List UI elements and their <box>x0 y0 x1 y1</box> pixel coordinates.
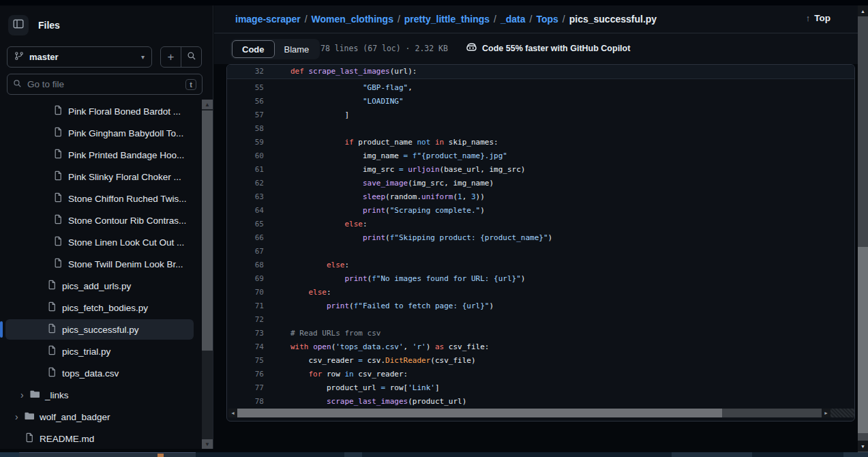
tree-item--links[interactable]: ›_links <box>5 385 194 405</box>
taskbar-item[interactable] <box>344 452 362 457</box>
tree-item-label: Stone Linen Look Cut Out ... <box>68 237 184 248</box>
back-to-top-button[interactable]: ↑ Top <box>806 13 830 23</box>
file-icon <box>47 301 57 314</box>
tree-item-label: Pink Slinky Floral Choker ... <box>68 172 181 182</box>
tree-item-pics-trial-py[interactable]: pics_trial.py <box>5 341 194 362</box>
line-number[interactable]: 63 <box>227 190 264 204</box>
window-icon <box>158 454 164 457</box>
page-scrollbar[interactable]: ▲ ▼ <box>858 5 868 457</box>
line-number[interactable]: 61 <box>227 163 264 177</box>
sticky-context-line: 32def scrape_last_images(url): <box>227 65 854 79</box>
breadcrumb-link-image-scraper[interactable]: image-scraper <box>235 14 301 25</box>
taskbar-item[interactable] <box>843 452 868 457</box>
sidebar-scrollbar[interactable]: ▲ ▼ <box>202 100 213 449</box>
tree-item-label: _links <box>45 390 69 400</box>
line-number[interactable]: 64 <box>227 204 264 218</box>
line-number[interactable]: 73 <box>227 327 264 340</box>
code-line-text: def scrape_last_images(url): <box>290 65 417 78</box>
page-scroll-down-button[interactable]: ▼ <box>858 441 868 452</box>
scroll-left-button[interactable]: ◄ <box>228 409 237 417</box>
line-number[interactable]: 67 <box>227 245 264 259</box>
line-number[interactable]: 55 <box>227 81 264 95</box>
taskbar-left-segment <box>0 452 19 457</box>
line-number[interactable]: 66 <box>227 231 264 245</box>
line-number[interactable]: 75 <box>227 354 264 368</box>
line-number[interactable]: 57 <box>227 108 264 122</box>
line-number[interactable]: 59 <box>227 136 264 149</box>
tree-item-label: Stone Contour Rib Contras... <box>68 216 186 226</box>
code-line: 60 img_name = f"{product_name}.jpg" <box>227 149 854 163</box>
code-line-text: img_src = urljoin(base_url, img_src) <box>290 163 525 177</box>
branch-selector-button[interactable]: master ▾ <box>7 46 152 68</box>
page-scroll-up-button[interactable]: ▲ <box>858 5 868 16</box>
line-number[interactable]: 70 <box>227 286 264 299</box>
line-number[interactable]: 72 <box>227 313 264 327</box>
horizontal-scrollbar[interactable]: ◄ ► <box>228 409 854 417</box>
tree-item-readme-md[interactable]: README.md <box>5 428 194 449</box>
line-number[interactable]: 65 <box>227 218 264 231</box>
line-number[interactable]: 68 <box>227 259 264 272</box>
file-icon <box>53 258 63 270</box>
breadcrumb-link-_data[interactable]: _data <box>500 14 526 25</box>
code-line-text: else: <box>290 259 349 272</box>
tree-item-pink-printed-bandage-hoo-[interactable]: Pink Printed Bandage Hoo... <box>5 145 194 165</box>
breadcrumb-link-women_clothings[interactable]: Women_clothings <box>312 14 393 25</box>
line-number[interactable]: 32 <box>227 65 264 78</box>
file-icon <box>53 236 63 248</box>
code-line: 59 if product_name not in skip_names: <box>227 136 854 149</box>
shortcut-key-badge: t <box>185 79 196 90</box>
line-number[interactable]: 77 <box>227 381 264 395</box>
add-file-button[interactable]: + <box>161 47 181 67</box>
tree-item-label: Pink Printed Bandage Hoo... <box>68 150 184 160</box>
scroll-right-button[interactable]: ► <box>822 409 830 417</box>
tree-item-stone-chiffon-ruched-twis-[interactable]: Stone Chiffon Ruched Twis... <box>5 188 194 209</box>
horizontal-scrollbar-thumb[interactable] <box>237 409 722 417</box>
line-number[interactable]: 56 <box>227 95 264 108</box>
page-scrollbar-thumb[interactable] <box>858 247 868 433</box>
tree-item-stone-linen-look-cut-out-[interactable]: Stone Linen Look Cut Out ... <box>5 232 194 252</box>
line-number[interactable]: 60 <box>227 149 264 163</box>
line-number[interactable]: 58 <box>227 122 264 136</box>
tree-item-wolf-and-badger[interactable]: ›wolf_and_badger <box>5 407 194 427</box>
tree-item-label: wolf_and_badger <box>40 412 110 422</box>
tree-item-pics-add-urls-py[interactable]: pics_add_urls.py <box>5 276 194 296</box>
line-number[interactable]: 62 <box>227 177 264 190</box>
tree-item-label: tops_data.csv <box>62 368 119 379</box>
line-number[interactable]: 74 <box>227 340 264 354</box>
line-number[interactable]: 76 <box>227 368 264 381</box>
breadcrumb: image-scraper/Women_clothings/pretty_lit… <box>235 14 657 25</box>
breadcrumb-link-pretty_little_things[interactable]: pretty_little_things <box>404 14 490 25</box>
tree-item-pics-fetch-bodies-py[interactable]: pics_fetch_bodies.py <box>5 297 194 318</box>
scroll-down-button[interactable]: ▼ <box>202 439 213 449</box>
taskbar-item[interactable] <box>672 452 752 457</box>
tree-item-pics-successful-py[interactable]: pics_successful.py <box>5 319 194 340</box>
tree-item-stone-contour-rib-contras-[interactable]: Stone Contour Rib Contras... <box>5 210 194 231</box>
scroll-up-button[interactable]: ▲ <box>202 100 213 109</box>
tree-item-stone-twill-denim-look-br-[interactable]: Stone Twill Denim Look Br... <box>5 254 194 274</box>
tree-item-tops-data-csv[interactable]: tops_data.csv <box>5 363 194 383</box>
line-number[interactable]: 71 <box>227 299 264 313</box>
search-tree-button[interactable] <box>181 47 201 67</box>
copilot-banner[interactable]: Code 55% faster with GitHub Copilot <box>466 42 630 55</box>
code-line-text: else: <box>290 286 331 299</box>
go-to-file-input[interactable]: Go to file t <box>7 74 203 95</box>
line-number[interactable]: 69 <box>227 272 264 286</box>
code-line-text: "LOADING" <box>290 95 404 108</box>
tree-item-label: Pink Gingham Babydoll To... <box>68 128 183 138</box>
code-line-text: ] <box>290 108 349 122</box>
collapse-sidebar-button[interactable] <box>8 15 29 35</box>
tree-item-pink-floral-boned-bardot-[interactable]: Pink Floral Boned Bardot ... <box>5 101 194 121</box>
file-icon <box>53 127 63 139</box>
background-window-edge[interactable] <box>19 452 196 457</box>
code-line: 77 product_url = row['Link'] <box>227 381 854 395</box>
git-branch-icon <box>14 51 24 63</box>
tree-item-pink-gingham-babydoll-to-[interactable]: Pink Gingham Babydoll To... <box>5 123 194 143</box>
breadcrumb-link-tops[interactable]: Tops <box>536 14 558 25</box>
horizontal-scrollbar-track[interactable] <box>237 409 822 417</box>
line-number[interactable]: 78 <box>227 395 264 409</box>
sidebar-scrollbar-thumb[interactable] <box>202 110 213 351</box>
tree-item-pink-slinky-floral-choker-[interactable]: Pink Slinky Floral Choker ... <box>5 166 194 187</box>
tab-code[interactable]: Code <box>232 40 275 58</box>
sidebar-action-group: + <box>160 46 202 68</box>
tab-blame[interactable]: Blame <box>275 40 319 58</box>
